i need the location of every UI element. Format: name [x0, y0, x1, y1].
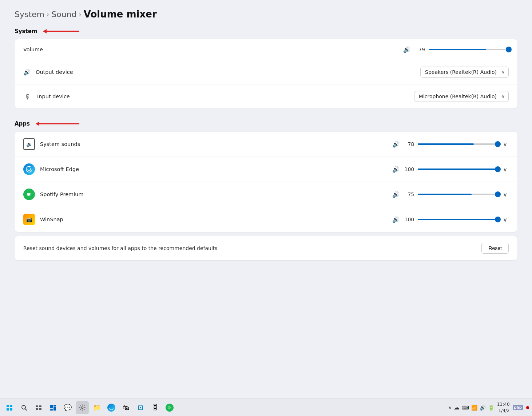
svg-rect-4: [7, 405, 9, 407]
svg-point-18: [82, 407, 83, 408]
taskbar-taskview-button[interactable]: [32, 401, 45, 414]
output-device-row: 🔊 Output device Speakers (Realtek(R) Aud…: [15, 60, 517, 84]
microsoft-edge-row: Microsoft Edge 🔊 100 ∨: [15, 157, 517, 182]
spotify-row-left: Spotify Premium: [23, 189, 392, 200]
microsoft-edge-slider-thumb[interactable]: [495, 166, 501, 172]
output-device-row-right: Speakers (Realtek(R) Audio) ∨: [392, 67, 509, 78]
input-device-row: 🎙 Input device Microphone (Realtek(R) Au…: [15, 84, 517, 108]
taskbar-fileexplorer-button[interactable]: 📁: [90, 401, 103, 414]
taskbar-red-dot: [526, 406, 529, 409]
taskbar-widgets-button[interactable]: [47, 401, 60, 414]
spotify-slider[interactable]: [418, 191, 498, 198]
spotify-expand[interactable]: ∨: [501, 190, 509, 199]
svg-rect-6: [7, 408, 9, 411]
winsnap-expand[interactable]: ∨: [501, 215, 509, 225]
volume-slider-track: [429, 49, 509, 50]
winsnap-slider-fill: [418, 219, 498, 220]
microsoft-edge-slider-fill: [418, 169, 498, 170]
microsoft-edge-icon: [23, 163, 35, 175]
taskbar-spotify-button[interactable]: [163, 401, 176, 414]
winsnap-row-left: 📸 WinSnap: [23, 214, 392, 225]
system-sounds-row-right: 🔊 78 ∨: [392, 139, 509, 149]
microphone-icon: 🎙: [23, 92, 32, 101]
taskbar-time-display: 11:40: [497, 401, 510, 408]
breadcrumb-sound[interactable]: Sound: [51, 10, 76, 19]
taskbar-date-display: 1/4/2: [497, 408, 510, 414]
svg-rect-15: [53, 405, 56, 407]
taskbar-left: 💬 📁 🛍 ⊡: [3, 401, 447, 414]
taskbar-edge-button[interactable]: [105, 401, 118, 414]
volume-row-left: Volume: [23, 47, 392, 52]
taskbar-chevron-up[interactable]: ∧: [448, 405, 452, 410]
taskbar: 💬 📁 🛍 ⊡: [0, 399, 532, 416]
volume-row: Volume 🔊 79: [15, 39, 517, 60]
taskbar-clock[interactable]: 11:40 1/4/2: [497, 401, 510, 414]
breadcrumb-chevron1: ›: [47, 11, 49, 18]
svg-rect-14: [50, 405, 53, 408]
reset-button[interactable]: Reset: [481, 243, 509, 254]
output-device-dropdown[interactable]: Speakers (Realtek(R) Audio) ∨: [420, 67, 509, 78]
svg-rect-10: [36, 405, 38, 407]
output-device-row-left: 🔊 Output device: [23, 69, 392, 76]
system-sounds-value: 78: [403, 141, 414, 147]
svg-rect-16: [53, 407, 56, 411]
volume-value: 79: [414, 47, 425, 52]
output-device-value: Speakers (Realtek(R) Audio): [425, 69, 497, 75]
svg-rect-11: [39, 405, 41, 407]
spotify-speaker-icon: 🔊: [392, 191, 400, 198]
system-sounds-slider-thumb[interactable]: [495, 141, 501, 147]
input-device-label: Input device: [37, 94, 70, 99]
input-device-row-left: 🎙 Input device: [23, 92, 392, 101]
system-sounds-icon: 🔉: [23, 138, 35, 150]
input-device-dropdown[interactable]: Microphone (Realtek(R) Audio) ∨: [414, 91, 509, 102]
taskbar-search-button[interactable]: [17, 401, 31, 414]
input-device-row-right: Microphone (Realtek(R) Audio) ∨: [392, 91, 509, 102]
taskbar-cloud-icon: ☁: [454, 404, 460, 411]
microsoft-edge-value: 100: [403, 166, 414, 172]
breadcrumb: System › Sound › Volume mixer: [15, 9, 517, 20]
winsnap-speaker-icon: 🔊: [392, 216, 400, 223]
spotify-slider-fill: [418, 194, 471, 195]
taskbar-dell-button[interactable]: ⊡: [134, 401, 147, 414]
microsoft-edge-slider[interactable]: [418, 166, 498, 173]
taskbar-volume-icon[interactable]: 🔊: [480, 405, 486, 411]
microsoft-edge-slider-track: [418, 169, 498, 170]
svg-rect-12: [36, 408, 38, 410]
taskbar-right: ∧ ☁ ⌨ 📶 🔊 🔋 11:40 1/4/2 php: [448, 401, 529, 414]
microsoft-edge-row-left: Microsoft Edge: [23, 163, 392, 175]
system-arrow-indicator: [43, 27, 87, 36]
volume-slider-thumb[interactable]: [506, 47, 512, 52]
taskbar-teams-button[interactable]: 💬: [61, 401, 74, 414]
spotify-row: Spotify Premium 🔊 75 ∨: [15, 182, 517, 207]
volume-speaker-icon: 🔊: [403, 46, 410, 53]
volume-slider[interactable]: [429, 46, 509, 53]
taskbar-db-button[interactable]: 🗄: [148, 401, 162, 414]
breadcrumb-chevron2: ›: [79, 11, 82, 18]
winsnap-slider-thumb[interactable]: [495, 217, 501, 222]
system-sounds-expand[interactable]: ∨: [501, 139, 509, 149]
apps-section-label: Apps: [15, 120, 30, 127]
taskbar-settings-button[interactable]: [76, 401, 89, 414]
apps-section-header: Apps: [15, 119, 517, 128]
winsnap-slider[interactable]: [418, 216, 498, 223]
taskbar-battery-icon: 🔋: [488, 405, 494, 411]
system-sounds-label: System sounds: [40, 141, 80, 147]
start-button[interactable]: [3, 401, 16, 414]
taskbar-keyboard-icon: ⌨: [462, 405, 469, 411]
svg-rect-5: [10, 405, 12, 407]
winsnap-icon: 📸: [23, 214, 35, 225]
system-section-label: System: [15, 28, 37, 35]
winsnap-value: 100: [403, 217, 414, 222]
microsoft-edge-row-right: 🔊 100 ∨: [392, 165, 509, 174]
input-device-value: Microphone (Realtek(R) Audio): [419, 94, 497, 99]
taskbar-wifi-icon: 📶: [471, 405, 477, 411]
system-sounds-slider[interactable]: [418, 140, 498, 148]
taskbar-store-button[interactable]: 🛍: [119, 401, 132, 414]
winsnap-row-right: 🔊 100 ∨: [392, 215, 509, 225]
spotify-slider-thumb[interactable]: [495, 191, 501, 197]
system-sounds-slider-track: [418, 143, 498, 145]
microsoft-edge-expand[interactable]: ∨: [501, 165, 509, 174]
breadcrumb-system[interactable]: System: [15, 10, 44, 19]
spotify-slider-track: [418, 194, 498, 195]
output-device-dropdown-chevron: ∨: [501, 70, 505, 75]
